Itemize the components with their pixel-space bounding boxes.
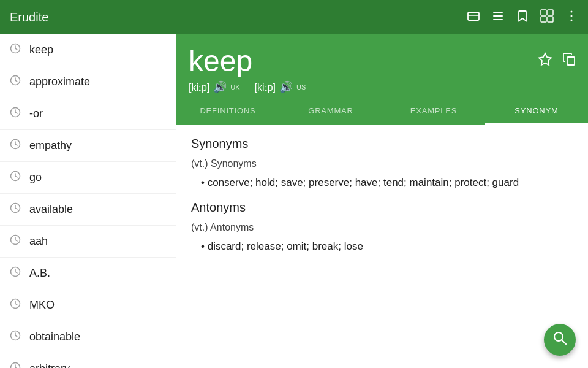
history-icon <box>10 139 21 153</box>
tab-synonym[interactable]: SYNONYM <box>485 99 588 125</box>
svg-point-10 <box>571 15 573 17</box>
sidebar-item-label: -or <box>29 107 43 120</box>
sidebar-item-mko[interactable]: MKO <box>0 289 176 321</box>
sidebar-item-label: A.B. <box>29 267 50 280</box>
history-icon <box>10 107 21 121</box>
sidebar-item-aah[interactable]: aah <box>0 226 176 258</box>
us-label: US <box>296 83 306 91</box>
antonyms-title: Antonyms <box>191 201 573 215</box>
sidebar: keep approximate -or empathy go availabl… <box>0 34 176 368</box>
speaker-us-icon[interactable]: 🔊 <box>279 80 293 94</box>
sidebar-item-label: obtainable <box>29 331 80 343</box>
tab-examples[interactable]: EXAMPLES <box>382 99 485 125</box>
history-icon <box>10 330 21 344</box>
pronunciations: [kiːp] 🔊 UK [kiːp] 🔊 US <box>189 80 576 99</box>
sidebar-item-empathy[interactable]: empathy <box>0 130 176 162</box>
sidebar-item-keep[interactable]: keep <box>0 34 176 66</box>
svg-rect-7 <box>541 17 546 22</box>
antonyms-section: Antonyms (vt.) Antonyms discard; release… <box>191 201 573 255</box>
svg-rect-8 <box>548 17 553 22</box>
svg-rect-2 <box>493 12 503 13</box>
svg-point-11 <box>571 19 573 21</box>
sidebar-item-label: aah <box>29 235 48 248</box>
list-icon[interactable] <box>491 9 505 26</box>
vt-synonyms-label: (vt.) Synonyms <box>191 158 573 169</box>
svg-rect-5 <box>541 10 546 15</box>
sidebar-item-arbitrary[interactable]: arbitrary <box>0 353 176 368</box>
sidebar-item-ab[interactable]: A.B. <box>0 258 176 289</box>
sidebar-item-available[interactable]: available <box>0 194 176 226</box>
history-icon <box>10 234 21 248</box>
sidebar-item-obtainable[interactable]: obtainable <box>0 321 176 353</box>
search-fab[interactable] <box>544 324 576 356</box>
tab-definitions[interactable]: DEFINITIONS <box>176 99 279 125</box>
uk-label: UK <box>230 83 239 91</box>
star-icon[interactable] <box>538 52 552 71</box>
sidebar-item-approximate[interactable]: approximate <box>0 66 176 98</box>
history-icon <box>10 75 21 89</box>
vt-antonyms-label: (vt.) Antonyms <box>191 222 573 233</box>
sidebar-item-label: MKO <box>29 299 55 312</box>
sidebar-item-label: arbitrary <box>29 362 70 368</box>
svg-point-9 <box>571 10 573 12</box>
svg-rect-24 <box>567 57 575 65</box>
history-icon <box>10 298 21 312</box>
svg-rect-3 <box>493 15 503 17</box>
history-icon <box>10 362 21 368</box>
sidebar-item-label: go <box>29 171 42 184</box>
sidebar-item-label: available <box>29 203 73 216</box>
tabs: DEFINITIONS GRAMMAR EXAMPLES SYNONYM <box>176 99 588 125</box>
more-icon[interactable] <box>565 9 578 26</box>
wordsquare-icon[interactable] <box>540 9 554 26</box>
tab-grammar[interactable]: GRAMMAR <box>279 99 382 125</box>
svg-line-26 <box>562 340 567 345</box>
svg-rect-4 <box>493 19 503 20</box>
pronunciation-uk: [kiːp] 🔊 UK <box>189 80 240 94</box>
word-title: keep <box>189 44 252 78</box>
pronunciation-us-text: [kiːp] <box>255 82 276 93</box>
topbar: Erudite <box>0 0 588 34</box>
pronunciation-us: [kiːp] 🔊 US <box>255 80 306 94</box>
svg-rect-0 <box>468 12 479 20</box>
svg-rect-6 <box>548 10 553 15</box>
svg-marker-23 <box>539 53 551 65</box>
history-icon <box>10 171 21 185</box>
content: keep [kiːp] 🔊 UK [kiːp] 🔊 US <box>176 34 588 368</box>
history-icon <box>10 202 21 217</box>
word-header: keep [kiːp] 🔊 UK [kiːp] 🔊 US <box>176 34 588 99</box>
toolbar-icons <box>467 9 578 26</box>
sidebar-item-or[interactable]: -or <box>0 98 176 130</box>
header-actions <box>538 52 576 71</box>
synonyms-text: conserve; hold; save; preserve; have; te… <box>201 174 573 191</box>
app-title: Erudite <box>10 10 467 25</box>
flashcard-icon[interactable] <box>467 9 480 26</box>
speaker-uk-icon[interactable]: 🔊 <box>213 80 227 94</box>
bookmark-icon[interactable] <box>516 9 529 26</box>
sidebar-item-label: approximate <box>29 75 90 88</box>
history-icon <box>10 43 21 57</box>
copy-icon[interactable] <box>562 52 576 71</box>
sidebar-item-label: empathy <box>29 139 72 152</box>
synonym-content: Synonyms (vt.) Synonyms conserve; hold; … <box>176 125 588 368</box>
history-icon <box>10 266 21 280</box>
pronunciation-uk-text: [kiːp] <box>189 82 209 93</box>
synonyms-title: Synonyms <box>191 137 573 151</box>
sidebar-item-go[interactable]: go <box>0 162 176 194</box>
sidebar-item-label: keep <box>29 44 53 56</box>
search-icon <box>553 331 567 348</box>
word-row: keep <box>189 44 576 78</box>
antonyms-text: discard; release; omit; break; lose <box>201 238 573 255</box>
main: keep approximate -or empathy go availabl… <box>0 34 588 368</box>
